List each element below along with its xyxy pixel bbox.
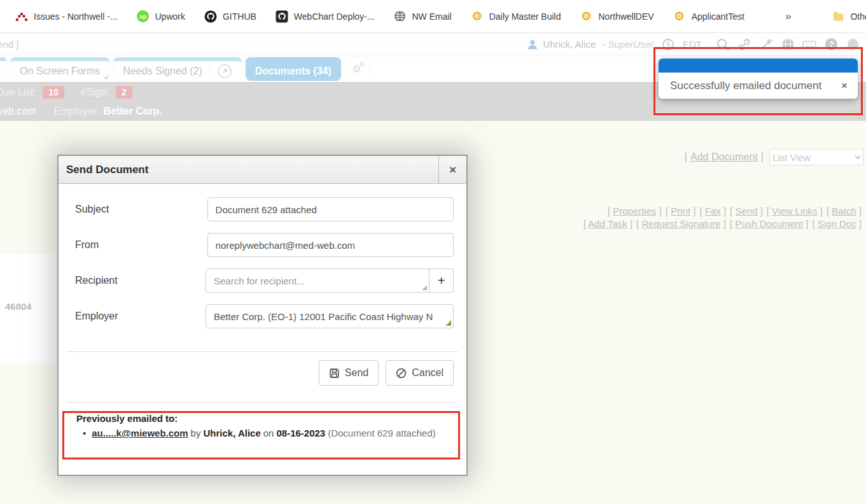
employer-input[interactable]: [206, 304, 454, 328]
bookmark-applicanttest[interactable]: ⚙ ApplicantTest: [673, 10, 744, 23]
toast-message: Successfully emailed document: [670, 80, 840, 92]
tab-needs-signed[interactable]: Needs Signed (2): [113, 57, 242, 81]
previously-emailed-section: Previously emailed to: • au.....k@mieweb…: [75, 413, 454, 438]
add-recipient-button[interactable]: +: [430, 269, 454, 293]
due-list-label: Due List:: [0, 87, 36, 98]
employer-group: [206, 304, 454, 328]
divider: [67, 402, 458, 403]
popout-icon[interactable]: [210, 64, 232, 79]
gears-icon-small: ⚙: [360, 61, 365, 67]
due-list-badge[interactable]: 10: [43, 86, 64, 99]
action-request-signature[interactable]: Request Signature: [641, 218, 720, 229]
user-role: - SuperUser: [602, 39, 653, 50]
pipe-separator: |: [685, 151, 687, 163]
pipe-separator: |: [761, 151, 764, 163]
bookmark-upwork[interactable]: up Upwork: [136, 10, 185, 23]
employer-value: Better Corp.: [104, 106, 162, 117]
action-send[interactable]: Send: [735, 206, 757, 216]
tab-label: Needs Signed (2): [123, 66, 202, 77]
keyboard-icon[interactable]: [802, 38, 816, 52]
webchart-gear-icon: ⚙: [471, 10, 484, 23]
tab-label: On Screen Forms: [20, 66, 100, 77]
bookmarks-overflow-chevron[interactable]: »: [783, 10, 793, 23]
link-icon[interactable]: [737, 38, 751, 52]
screen: Issues - Northwell -... up Upwork GITHUB: [0, 0, 866, 504]
toolbar-right: Uhrick, Alice - SuperUser EDT: [526, 38, 866, 52]
recipient-group: +: [206, 269, 454, 293]
send-button[interactable]: Send: [319, 360, 379, 386]
user-icon: [526, 38, 540, 52]
globe-icon: [393, 10, 406, 23]
esign-badge[interactable]: 2: [116, 86, 132, 99]
folder-icon: [832, 10, 844, 23]
sent-note: (Document 629 attached): [328, 428, 435, 438]
other-bookmarks[interactable]: Other bookmarks: [832, 10, 866, 23]
employer-row: Employer: [75, 304, 454, 328]
esign-label: eSign:: [81, 87, 109, 98]
email-fragment: veb.com: [0, 106, 36, 117]
previously-emailed-entry: • au.....k@mieweb.com by Uhrick, Alice o…: [76, 428, 454, 438]
bookmark-label: WebChart Deploy-...: [294, 11, 375, 22]
toolbar-left-fragment: end ]: [0, 39, 18, 50]
app-toolbar: end ] Uhrick, Alice - SuperUser EDT: [0, 33, 866, 56]
tab-on-screen-forms[interactable]: On Screen Forms: [10, 57, 109, 81]
bookmark-northwelldev[interactable]: ⚙ NorthwellDEV: [580, 10, 653, 23]
toast-close-button[interactable]: ×: [840, 80, 849, 92]
bookmark-github[interactable]: GITHUB: [204, 10, 256, 23]
cancel-button-label: Cancel: [412, 367, 443, 379]
action-add-task[interactable]: Add Task: [588, 218, 627, 229]
clock-icon[interactable]: [661, 38, 675, 52]
from-input[interactable]: [207, 233, 454, 257]
cancel-button[interactable]: Cancel: [386, 360, 454, 386]
bullet: •: [83, 428, 86, 438]
document-actions-row1: [ Properties ][ Print ][ Fax ][ Send ][ …: [582, 205, 863, 218]
bookmark-label: Upwork: [155, 11, 185, 22]
modal-close-button[interactable]: ×: [438, 156, 466, 183]
employer-field-label: Employer: [75, 311, 206, 322]
view-mode-select[interactable]: List View: [769, 149, 863, 165]
document-actions-row2: [ Add Task ][ Request Signature ][ Push …: [582, 218, 863, 230]
previous-recipient-email-link[interactable]: au.....k@mieweb.com: [92, 428, 188, 438]
subject-input[interactable]: [207, 197, 454, 221]
recipient-search-input[interactable]: [206, 269, 430, 293]
tab-documents[interactable]: Documents (34): [246, 57, 341, 81]
action-batch[interactable]: Batch: [832, 206, 856, 216]
by-label: by: [191, 428, 201, 438]
bookmark-nw-email[interactable]: NW Email: [393, 10, 451, 23]
tab-label: Documents (34): [255, 66, 332, 77]
timezone-label: EDT: [683, 39, 702, 50]
webchart-gear-icon: ⚙: [673, 10, 686, 23]
previously-emailed-heading: Previously emailed to:: [76, 413, 454, 424]
add-document-link[interactable]: Add Document: [690, 151, 758, 163]
resize-grip-green-icon[interactable]: [445, 320, 451, 326]
bookmark-daily-master-build[interactable]: ⚙ Daily Master Build: [471, 10, 561, 23]
search-icon[interactable]: [716, 38, 730, 52]
user-menu[interactable]: Uhrick, Alice - SuperUser: [526, 38, 653, 52]
action-print[interactable]: Print: [671, 206, 690, 216]
globe-icon[interactable]: [781, 38, 795, 52]
bookmark-label: Daily Master Build: [489, 11, 561, 22]
bookmark-label: Issues - Northwell -...: [34, 11, 117, 22]
tab-settings-button[interactable]: ⚙ ⚙: [345, 57, 368, 81]
resize-grip-icon[interactable]: [422, 285, 427, 290]
github-dark-icon: [276, 10, 288, 23]
webchart-gear-icon: ⚙: [580, 10, 592, 23]
action-view-links[interactable]: View Links: [772, 206, 817, 216]
bookmark-webchart-deploy[interactable]: WebChart Deploy-...: [276, 10, 375, 23]
action-properties[interactable]: Properties: [613, 206, 656, 216]
employer-row: veb.com Employer: Better Corp.: [0, 102, 866, 121]
cancel-icon: [396, 368, 407, 379]
tab-partial[interactable]: [0, 57, 6, 81]
svg-text:?: ?: [828, 40, 834, 49]
from-row: From: [75, 233, 454, 257]
subject-row: Subject: [75, 197, 454, 221]
bookmark-issues[interactable]: Issues - Northwell -...: [15, 10, 117, 23]
action-fax[interactable]: Fax: [705, 206, 721, 216]
action-sign-doc[interactable]: Sign Doc: [818, 218, 856, 229]
action-push-document[interactable]: Push Document: [735, 218, 803, 229]
modal-buttons: Send Cancel: [75, 360, 454, 386]
wand-icon[interactable]: [759, 38, 773, 52]
recipient-label: Recipient: [75, 275, 206, 286]
help-icon[interactable]: ?: [824, 38, 838, 52]
send-document-modal: Send Document × Subject From Recipient +: [57, 155, 468, 476]
